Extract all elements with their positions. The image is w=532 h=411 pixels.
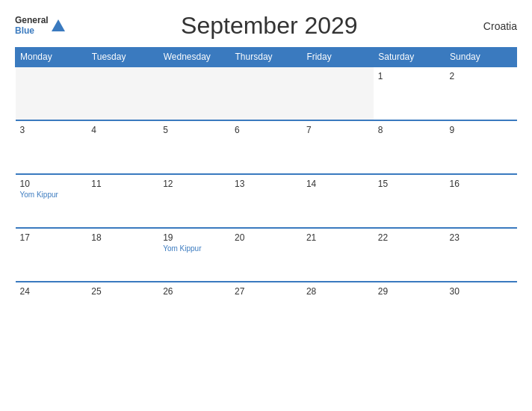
weekday-saturday: Saturday [374, 48, 445, 67]
event-label: Yom Kippur [20, 191, 83, 199]
calendar-cell-w3d2: 19Yom Kippur [158, 228, 230, 282]
calendar-cell-w3d6: 23 [445, 228, 517, 282]
day-number: 5 [163, 125, 226, 135]
day-number: 27 [235, 286, 297, 297]
calendar-week-3: 171819Yom Kippur20212223 [16, 228, 517, 282]
day-number: 7 [306, 125, 369, 135]
calendar-week-1: 3456789 [16, 120, 517, 174]
day-number: 3 [20, 125, 83, 135]
calendar-cell-w1d1: 4 [87, 120, 158, 174]
calendar-cell-w0d2 [158, 67, 230, 120]
calendar-cell-w1d0: 3 [16, 120, 87, 174]
calendar-cell-w1d4: 7 [302, 120, 374, 174]
calendar-cell-w2d0: 10Yom Kippur [16, 174, 87, 228]
calendar-cell-w1d5: 8 [374, 120, 445, 174]
calendar-cell-w3d5: 22 [374, 228, 445, 282]
calendar-cell-w3d4: 21 [302, 228, 374, 282]
calendar-cell-w3d1: 18 [87, 228, 158, 282]
day-number: 30 [450, 286, 513, 297]
day-number: 19 [163, 232, 226, 243]
calendar-cell-w2d1: 11 [87, 174, 158, 228]
calendar-body: 12345678910Yom Kippur111213141516171819Y… [16, 67, 517, 336]
calendar-cell-w0d1 [87, 67, 158, 120]
day-number: 11 [91, 179, 154, 189]
calendar-cell-w0d3 [230, 67, 302, 120]
day-number: 25 [91, 286, 154, 297]
calendar-cell-w2d4: 14 [302, 174, 374, 228]
day-number: 13 [235, 179, 297, 189]
day-number: 26 [163, 286, 226, 297]
day-number: 8 [378, 125, 441, 135]
calendar-cell-w0d0 [16, 67, 87, 120]
calendar-table: Monday Tuesday Wednesday Thursday Friday… [15, 47, 517, 336]
calendar-cell-w1d6: 9 [445, 120, 517, 174]
calendar-cell-w3d3: 20 [230, 228, 302, 282]
weekday-row: Monday Tuesday Wednesday Thursday Friday… [16, 48, 517, 67]
day-number: 15 [378, 179, 441, 189]
logo: General Blue [15, 16, 66, 35]
calendar-cell-w0d6: 2 [445, 67, 517, 120]
day-number: 6 [235, 125, 297, 135]
day-number: 16 [450, 179, 513, 189]
calendar-week-2: 10Yom Kippur111213141516 [16, 174, 517, 228]
day-number: 23 [450, 232, 513, 243]
day-number: 2 [450, 71, 513, 81]
day-number: 4 [91, 125, 154, 135]
calendar-cell-w4d6: 30 [445, 282, 517, 336]
day-number: 14 [306, 179, 369, 189]
day-number: 22 [378, 232, 441, 243]
logo-icon [50, 18, 66, 34]
svg-marker-0 [52, 19, 65, 31]
country-label: Croatia [472, 20, 517, 32]
calendar-cell-w1d3: 6 [230, 120, 302, 174]
day-number: 18 [91, 232, 154, 243]
calendar-cell-w4d0: 24 [16, 282, 87, 336]
calendar-cell-w4d4: 28 [302, 282, 374, 336]
day-number: 10 [20, 179, 83, 189]
day-number: 24 [20, 286, 83, 297]
weekday-tuesday: Tuesday [87, 48, 158, 67]
day-number: 28 [306, 286, 369, 297]
logo-blue-text: Blue [15, 26, 49, 36]
calendar-cell-w4d5: 29 [374, 282, 445, 336]
calendar-cell-w4d2: 26 [158, 282, 230, 336]
calendar-cell-w4d1: 25 [87, 282, 158, 336]
calendar-page: General Blue September 2029 Croatia Mond… [0, 0, 532, 411]
day-number: 17 [20, 232, 83, 243]
day-number: 1 [378, 71, 441, 81]
weekday-sunday: Sunday [445, 48, 517, 67]
day-number: 20 [235, 232, 297, 243]
calendar-cell-w2d6: 16 [445, 174, 517, 228]
weekday-monday: Monday [16, 48, 87, 67]
calendar-cell-w2d5: 15 [374, 174, 445, 228]
calendar-cell-w0d4 [302, 67, 374, 120]
calendar-cell-w2d2: 12 [158, 174, 230, 228]
event-label: Yom Kippur [163, 244, 226, 253]
calendar-week-4: 24252627282930 [16, 282, 517, 336]
calendar-week-0: 12 [16, 67, 517, 120]
logo-general-text: General [15, 16, 49, 25]
day-number: 9 [450, 125, 513, 135]
calendar-cell-w2d3: 13 [230, 174, 302, 228]
weekday-wednesday: Wednesday [158, 48, 230, 67]
calendar-cell-w0d5: 1 [374, 67, 445, 120]
calendar-cell-w3d0: 17 [16, 228, 87, 282]
weekday-friday: Friday [302, 48, 374, 67]
day-number: 21 [306, 232, 369, 243]
calendar-cell-w4d3: 27 [230, 282, 302, 336]
day-number: 12 [163, 179, 226, 189]
day-number: 29 [378, 286, 441, 297]
calendar-title: September 2029 [66, 12, 472, 40]
weekday-thursday: Thursday [230, 48, 302, 67]
calendar-header: Monday Tuesday Wednesday Thursday Friday… [16, 48, 517, 67]
header: General Blue September 2029 Croatia [15, 12, 517, 40]
calendar-cell-w1d2: 5 [158, 120, 230, 174]
